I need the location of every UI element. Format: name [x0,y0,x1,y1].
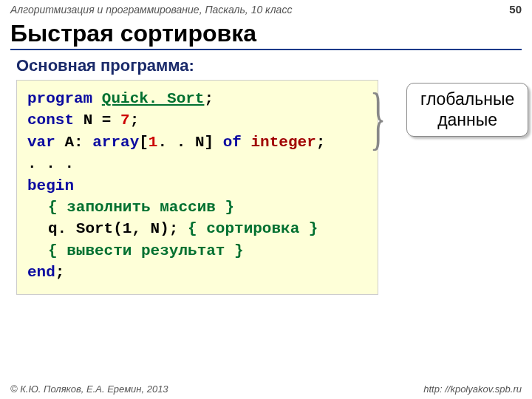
code-line: var A: array[1. . N] of integer; [27,132,367,153]
page-number: 50 [509,3,522,16]
code-line: begin [27,175,367,197]
keyword-begin: begin [27,177,74,194]
type-integer: integer [251,134,316,151]
code-area: program Quick. Sort; const N = 7; var A:… [16,80,532,295]
const-value: 7 [120,112,130,129]
var-head: A: [64,134,92,151]
semicolon: ; [130,112,140,129]
code-line: . . . [27,153,367,174]
program-name: Quick. Sort [102,90,205,107]
comment-fill: { заполнить массив } [48,199,234,216]
code-line: program Quick. Sort; [27,88,367,109]
code-line: q. Sort(1, N); { сортировка } [27,218,367,239]
keyword-const: const [27,112,74,129]
equals: = [102,112,112,129]
keyword-of: of [223,134,242,151]
semicolon: ; [316,134,326,151]
code-line: { заполнить массив } [27,197,367,218]
code-line: end; [27,262,367,283]
call-qsort: q. Sort(1, N); [48,220,188,237]
code-line: const N = 7; [27,109,367,131]
const-name: N [83,112,93,129]
range-text: . . N] [157,134,222,151]
curly-brace-icon: } [370,83,386,153]
keyword-program: program [27,90,92,107]
bracket-open: [ [139,134,149,151]
comment-output: { вывести результат } [48,242,244,259]
callout-line1: глобальные [420,89,514,110]
num-one: 1 [149,134,158,151]
section-subtitle: Основная программа: [16,56,532,75]
keyword-end: end [27,264,55,281]
copyright-text: © К.Ю. Поляков, Е.А. Еремин, 2013 [10,383,168,395]
callout-global-data: глобальные данные [406,83,528,137]
semicolon: ; [55,264,65,281]
code-block: program Quick. Sort; const N = 7; var A:… [16,80,378,295]
comment-sort: { сортировка } [188,220,318,237]
keyword-array: array [92,134,139,151]
slide-footer: © К.Ю. Поляков, Е.А. Еремин, 2013 http: … [0,383,532,395]
page-title: Быстрая сортировка [10,20,522,50]
code-line: { вывести результат } [27,240,367,262]
footer-url: http: //kpolyakov.spb.ru [423,383,522,395]
slide-header: Алгоритмизация и программирование, Паска… [0,0,532,16]
keyword-var: var [27,134,55,151]
course-title: Алгоритмизация и программирование, Паска… [10,4,292,16]
callout-line2: данные [420,110,514,131]
semicolon: ; [204,90,214,107]
